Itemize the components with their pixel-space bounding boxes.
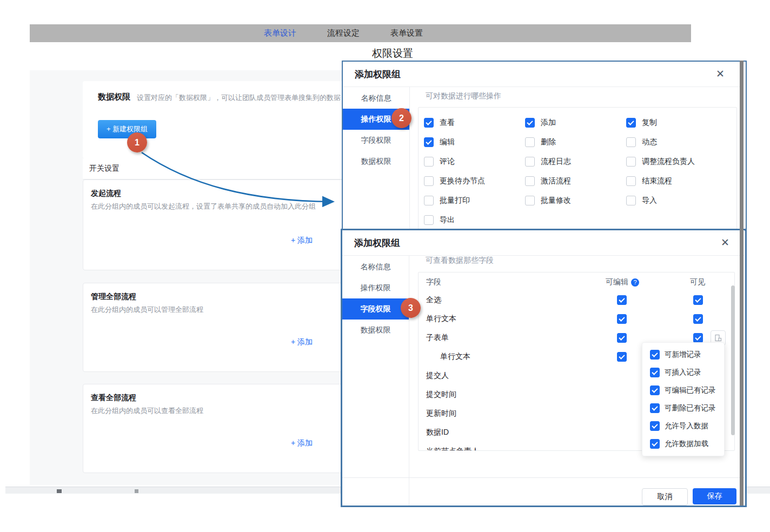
operation-option: 结束流程 <box>626 176 736 186</box>
checkbox[interactable] <box>626 137 636 147</box>
data-permission-title: 数据权限 <box>98 92 130 102</box>
checkbox[interactable] <box>626 176 636 186</box>
popup-option-label: 允许导入数据 <box>665 421 708 431</box>
popup-option-label: 可新增记录 <box>665 350 701 360</box>
popup-option-label: 可编辑已有记录 <box>665 385 716 395</box>
checkbox[interactable] <box>525 137 535 147</box>
dialog-title: 添加权限组 <box>355 68 401 81</box>
group-card-manage-all: 管理全部流程 在此分组内的成员可以管理全部流程 + 添加 <box>83 283 386 372</box>
operation-label: 调整流程负责人 <box>642 157 695 167</box>
close-icon[interactable]: ✕ <box>716 68 725 80</box>
dialog-header: 添加权限组 ✕ <box>342 230 745 256</box>
cancel-button[interactable]: 取消 <box>642 488 688 506</box>
annotation-badge-1: 1 <box>127 132 147 152</box>
checkbox[interactable] <box>650 368 660 377</box>
checkbox[interactable] <box>525 196 535 205</box>
visible-checkbox[interactable] <box>693 295 703 305</box>
close-icon[interactable]: ✕ <box>721 236 729 249</box>
dialog-header: 添加权限组 ✕ <box>343 62 740 87</box>
popup-option-label: 允许数据加载 <box>665 439 708 449</box>
checkbox[interactable] <box>626 157 636 167</box>
operation-option: 导入 <box>626 196 736 205</box>
group-title: 管理全部流程 <box>91 292 136 302</box>
column-visible: 可见 <box>690 277 705 287</box>
operation-label: 导入 <box>642 196 657 205</box>
tab-flow-setting[interactable]: 流程设定 <box>327 28 360 38</box>
checkbox[interactable] <box>650 385 660 395</box>
sidebar-item-data-permission[interactable]: 数据权限 <box>343 151 409 172</box>
checkbox[interactable] <box>650 350 660 360</box>
tab-form-setting[interactable]: 表单设置 <box>390 28 423 38</box>
field-label: 单行文本 <box>440 352 470 362</box>
checkbox[interactable] <box>525 157 535 167</box>
data-permission-desc: 设置对应的「数据权限」，可以让团队成员管理表单搜集到的数据 <box>137 93 341 103</box>
operation-option: 动态 <box>626 137 736 147</box>
fields-section-title: 可查看数据那些字段 <box>426 256 494 265</box>
operation-label: 流程日志 <box>541 157 571 167</box>
editable-checkbox[interactable] <box>617 314 627 324</box>
save-button[interactable]: 保存 <box>693 488 736 504</box>
dialog-add-permission-group-operations: 添加权限组 ✕ 名称信息 操作权限 字段权限 数据权限 可对数据进行哪些操作 查… <box>343 62 740 230</box>
checkbox[interactable] <box>626 118 636 128</box>
sidebar-item-name-info[interactable]: 名称信息 <box>342 256 409 277</box>
group-card-view-all: 查看全部流程 在此分组内的成员可以查看全部流程 + 添加 <box>83 384 386 473</box>
group-card-initiate: 发起流程 在此分组内的成员可以发起流程，设置了表单共享的成员自动加入此分组 + … <box>83 179 386 270</box>
new-permission-group-button[interactable]: + 新建权限组 <box>98 120 156 138</box>
popup-option[interactable]: 允许导入数据 <box>642 421 724 431</box>
popup-option[interactable]: 可插入记录 <box>642 368 724 377</box>
operation-option: 查看 <box>424 118 525 128</box>
group-title: 查看全部流程 <box>91 393 136 403</box>
operation-label: 结束流程 <box>642 176 672 186</box>
field-label: 子表单 <box>426 333 449 343</box>
operation-label: 复制 <box>642 118 657 128</box>
sidebar-item-field-permission[interactable]: 字段权限 <box>342 298 409 320</box>
tab-form-design[interactable]: 表单设计 <box>264 28 296 38</box>
group-desc: 在此分组内的成员可以管理全部流程 <box>91 305 203 315</box>
operation-label: 批量打印 <box>440 196 470 205</box>
field-label: 数据ID <box>426 428 449 437</box>
page-scrollbar[interactable] <box>740 61 744 506</box>
operation-label: 批量修改 <box>541 196 571 205</box>
checkbox[interactable] <box>424 137 434 147</box>
checkbox[interactable] <box>650 403 660 413</box>
popup-option[interactable]: 允许数据加载 <box>642 439 724 449</box>
field-label: 更新时间 <box>426 409 456 418</box>
switch-settings-label: 开关设置 <box>89 164 120 174</box>
operation-label: 激活流程 <box>541 176 571 186</box>
checkbox[interactable] <box>525 176 535 186</box>
operation-option: 添加 <box>525 118 626 128</box>
visible-checkbox[interactable] <box>693 333 703 343</box>
visible-checkbox[interactable] <box>693 314 703 324</box>
popup-option[interactable]: 可删除已有记录 <box>642 403 724 413</box>
sidebar-item-field-permission[interactable]: 字段权限 <box>343 130 409 151</box>
checkbox[interactable] <box>424 215 434 225</box>
checkbox[interactable] <box>626 196 636 205</box>
table-scrollbar-thumb[interactable] <box>731 285 735 435</box>
sidebar-item-operation-permission[interactable]: 操作权限 <box>342 277 409 298</box>
checkbox[interactable] <box>424 118 434 128</box>
popup-option[interactable]: 可编辑已有记录 <box>642 385 724 395</box>
editable-checkbox[interactable] <box>617 333 627 343</box>
add-member-link[interactable]: + 添加 <box>291 236 316 245</box>
sidebar-item-data-permission[interactable]: 数据权限 <box>342 320 409 341</box>
sidebar-item-name-info[interactable]: 名称信息 <box>343 88 409 109</box>
checkbox[interactable] <box>424 176 434 186</box>
operation-option: 流程日志 <box>525 157 626 167</box>
editable-checkbox[interactable] <box>617 352 627 362</box>
popup-option[interactable]: 可新增记录 <box>642 350 724 360</box>
fields-table-header: 字段 可编辑 ? 可见 <box>419 272 734 290</box>
top-navbar: 表单设计 流程设定 表单设置 <box>30 24 691 42</box>
popup-option-label: 可插入记录 <box>665 368 701 377</box>
column-field: 字段 <box>426 277 441 287</box>
add-member-link[interactable]: + 添加 <box>291 337 316 347</box>
column-editable: 可编辑 <box>606 277 628 287</box>
editable-checkbox[interactable] <box>617 295 627 305</box>
checkbox[interactable] <box>525 118 535 128</box>
operation-option: 复制 <box>626 118 736 128</box>
checkbox[interactable] <box>650 439 660 449</box>
add-member-link[interactable]: + 添加 <box>291 438 316 448</box>
checkbox[interactable] <box>650 421 660 431</box>
checkbox[interactable] <box>424 157 434 167</box>
help-icon[interactable]: ? <box>631 278 639 287</box>
checkbox[interactable] <box>424 196 434 205</box>
